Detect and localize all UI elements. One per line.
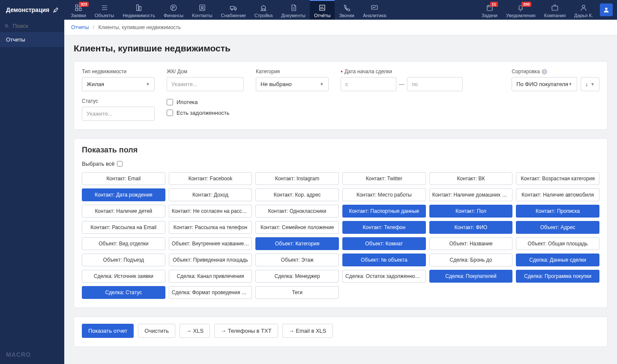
nav-item-Стройка[interactable]: Стройка — [250, 0, 277, 20]
export-xls-button[interactable]: → XLS — [180, 324, 210, 338]
select-property-type[interactable]: Жилая ▼ — [82, 77, 155, 91]
field-chip[interactable]: Контакт: Email — [82, 172, 165, 185]
field-chip[interactable]: Контакт: Одноклассники — [255, 205, 339, 218]
input-date-to[interactable]: по — [407, 77, 463, 91]
field-chip[interactable]: Контакт: Место работы — [342, 188, 426, 201]
checkbox-debt[interactable]: Есть задолженность — [167, 110, 244, 116]
nav-item-Объекты[interactable]: Объекты — [90, 0, 118, 20]
export-phones-txt-button[interactable]: → Телефоны в TXT — [214, 324, 278, 338]
field-chip[interactable]: Контакт: Рассылка на Email — [82, 221, 165, 234]
field-chip[interactable]: Контакт: Возрастная категория — [516, 172, 599, 185]
field-chip[interactable]: Контакт: Прописка — [516, 205, 599, 218]
nav-item-Звонки[interactable]: Звонки — [335, 0, 359, 20]
field-chip[interactable]: Сделка: Формат проведения сделки — [169, 286, 252, 299]
search-input[interactable] — [13, 23, 60, 29]
pin-icon[interactable] — [53, 7, 59, 13]
nav-label: Компания — [544, 13, 566, 18]
input-date-from[interactable]: с — [341, 77, 396, 91]
sidebar-footer-logo: MACRO — [0, 345, 64, 364]
sidebar-item-Отчеты[interactable]: Отчеты — [0, 32, 64, 47]
page-title: Клиенты, купившие недвижимость — [74, 43, 608, 54]
field-chip[interactable]: Объект: Приведенная площадь — [169, 254, 252, 266]
field-chip[interactable]: Сделка: Канал привлечения — [169, 270, 252, 283]
field-chip[interactable]: Контакт: Пол — [429, 205, 513, 218]
field-chip[interactable]: Сделка: Остаток задолженности — [342, 270, 426, 283]
nav-item-Недвижимость[interactable]: Недвижимость — [118, 0, 159, 20]
nav-item-Финансы[interactable]: Финансы — [159, 0, 188, 20]
field-chip[interactable]: Объект: Подъезд — [82, 254, 165, 266]
badge: 323 — [79, 2, 89, 7]
field-chip[interactable]: Контакт: Доход — [169, 188, 252, 201]
select-category[interactable]: Не выбрано ▼ — [256, 77, 329, 91]
info-icon: i — [542, 69, 547, 75]
export-email-xls-button[interactable]: → Email в XLS — [282, 324, 333, 338]
field-chip[interactable]: Объект: Этаж — [255, 254, 339, 266]
sidebar-search[interactable] — [0, 20, 64, 32]
field-chip[interactable]: Контакт: Телефон — [342, 221, 426, 234]
field-chip[interactable]: Теги — [255, 286, 339, 299]
nav-icon — [134, 3, 144, 12]
field-chip[interactable]: Контакт: Instagram — [255, 172, 339, 185]
field-chip[interactable]: Контакт: Twitter — [342, 172, 426, 185]
clear-button[interactable]: Очистить — [138, 324, 175, 338]
label-category: Категория — [256, 69, 329, 75]
field-chip[interactable]: Сделка: Программа покупки — [516, 270, 599, 283]
field-chip[interactable]: Контакт: Дата рождения — [82, 188, 165, 201]
select-sort-direction[interactable]: ↓ ▼ — [581, 77, 599, 91]
field-chip[interactable]: Объект: № объекта — [342, 254, 426, 266]
field-chip[interactable]: Объект: Название — [429, 237, 513, 250]
nav-icon — [100, 3, 109, 12]
svg-rect-5 — [139, 6, 141, 11]
nav-item-Заявки[interactable]: Заявки323 — [66, 0, 90, 20]
nav-item-Уведомления[interactable]: Уведомления200 — [502, 0, 540, 20]
field-chip[interactable]: Контакт: Facebook — [169, 172, 252, 185]
nav-label: Снабжение — [221, 13, 246, 18]
field-chip[interactable]: Контакт: Наличие домашних животных — [429, 188, 513, 201]
badge: 200 — [521, 2, 531, 7]
field-chip[interactable]: Контакт: Рассылка на телефон — [169, 221, 252, 234]
nav-item-Снабжение[interactable]: Снабжение — [217, 0, 250, 20]
checkbox-select-all[interactable]: Выбрать всё — [82, 161, 599, 167]
field-chip[interactable]: Контакт: Семейное положение — [255, 221, 339, 234]
nav-item-Компания[interactable]: Компания — [540, 0, 570, 20]
input-complex[interactable]: Укажите... — [167, 77, 244, 91]
field-chip[interactable]: Объект: Вид отделки — [82, 237, 165, 250]
show-report-button[interactable]: Показать отчет — [82, 324, 134, 338]
field-chip[interactable]: Сделка: Бронь до — [429, 254, 513, 266]
filters-card: Тип недвижимости Жилая ▼ Статус Укажите.… — [74, 61, 608, 130]
field-chip[interactable]: Объект: Внутреннее название дома — [169, 237, 252, 250]
nav-item-Контакты[interactable]: Контакты — [188, 0, 217, 20]
field-chip[interactable]: Объект: Общая площадь — [516, 237, 599, 250]
field-chip[interactable]: Контакт: ФИО — [429, 221, 513, 234]
nav-item-Отчёты[interactable]: Отчёты — [310, 0, 335, 20]
select-sort-field[interactable]: По ФИО покупателя ▼ — [512, 77, 577, 91]
svg-point-8 — [201, 6, 204, 8]
nav-item-Дарья К.[interactable]: Дарья К. — [570, 0, 597, 20]
checkbox-mortgage[interactable]: Ипотека — [167, 99, 244, 105]
field-chip[interactable]: Сделка: Данные сделки — [516, 254, 599, 266]
nav-item-Задачи[interactable]: Задачи11 — [477, 0, 502, 20]
field-chip[interactable]: Сделка: Покупателей — [429, 270, 513, 283]
field-chip[interactable]: Объект: Комнат — [342, 237, 426, 250]
field-chip[interactable]: Контакт: Кор. адрес — [255, 188, 339, 201]
nav-item-Документы[interactable]: Документы — [277, 0, 310, 20]
svg-rect-4 — [137, 5, 139, 11]
field-chip[interactable]: Контакт: Наличие детей — [82, 205, 165, 218]
nav-item-Аналитика[interactable]: Аналитика — [359, 0, 390, 20]
field-chip[interactable]: Объект: Адрес — [516, 221, 599, 234]
svg-point-16 — [582, 5, 585, 8]
user-menu-button[interactable] — [600, 3, 613, 16]
chevron-down-icon: ▼ — [590, 82, 595, 87]
field-chip[interactable]: Контакт: Наличие автомобиля — [516, 188, 599, 201]
search-icon — [4, 23, 9, 29]
field-chip[interactable]: Сделка: Менеджер — [255, 270, 339, 283]
field-chip[interactable]: Сделка: Источник заявки — [82, 270, 165, 283]
nav-icon — [229, 3, 238, 12]
field-chip[interactable]: Контакт: Не согласен на рассылку — [169, 205, 252, 218]
select-status[interactable]: Укажите... — [82, 107, 155, 121]
field-chip[interactable]: Контакт: ВК — [429, 172, 513, 185]
field-chip[interactable]: Контакт: Паспортные данные — [342, 205, 426, 218]
field-chip[interactable]: Сделка: Статус — [82, 286, 165, 299]
breadcrumb-root[interactable]: Отчеты — [71, 24, 89, 30]
field-chip[interactable]: Объект: Категория — [255, 237, 339, 250]
